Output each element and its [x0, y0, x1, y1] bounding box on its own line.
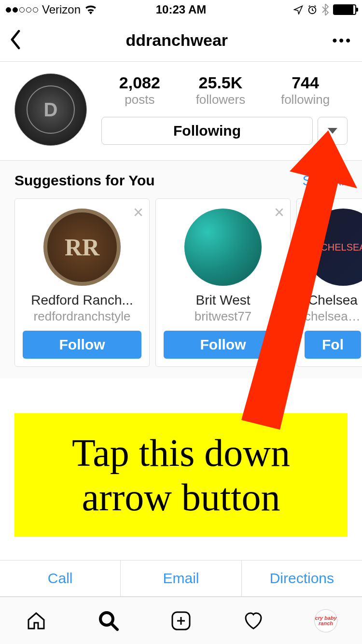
carrier-label: Verizon [42, 3, 81, 16]
location-icon [293, 5, 303, 14]
suggestion-avatar[interactable] [184, 209, 262, 286]
suggestions-carousel[interactable]: × RR Redford Ranch... redfordranchstyle … [14, 198, 362, 367]
avatar-logo: D [27, 85, 75, 134]
following-stat[interactable]: 744 following [281, 73, 330, 107]
tab-profile[interactable]: cry baby ranch [290, 597, 362, 644]
posts-label: posts [119, 92, 160, 107]
wifi-icon [84, 5, 97, 14]
suggestion-name: Redford Ranch... [23, 293, 141, 308]
page-title: ddranchwear [125, 31, 228, 50]
email-button[interactable]: Email [121, 560, 241, 596]
profile-avatar-icon: cry baby ranch [314, 609, 337, 632]
posts-stat[interactable]: 2,082 posts [119, 73, 160, 107]
home-icon [25, 609, 48, 632]
suggestions-section: Suggestions for You See All × RR Redford… [0, 160, 362, 378]
suggestion-username: redfordranchstyle [23, 309, 141, 324]
directions-button[interactable]: Directions [242, 560, 362, 596]
suggestion-name: Chelsea [305, 293, 361, 308]
profile-header: D 2,082 posts 25.5K followers 744 follow… [0, 62, 362, 160]
suggestion-avatar[interactable]: RR [43, 209, 121, 286]
suggestions-title: Suggestions for You [14, 172, 155, 189]
plus-square-icon [169, 609, 193, 632]
follow-button[interactable]: Fol [305, 331, 361, 359]
tab-search[interactable] [72, 597, 145, 644]
following-button[interactable]: Following [101, 117, 313, 145]
following-label: following [281, 92, 330, 107]
suggestion-username: britwest77 [164, 309, 282, 324]
suggestion-card: CHELSEA Chelsea chelseaco Fol [296, 198, 362, 367]
followers-stat[interactable]: 25.5K followers [196, 73, 246, 107]
svg-line-3 [111, 624, 117, 630]
suggestion-name: Brit West [164, 293, 282, 308]
tab-bar: cry baby ranch [0, 597, 362, 644]
nav-bar: ddranchwear ••• [0, 19, 362, 62]
profile-avatar[interactable]: D [14, 73, 87, 146]
followers-count: 25.5K [196, 73, 246, 92]
close-icon[interactable]: × [133, 204, 143, 221]
see-all-link[interactable]: See All [303, 172, 348, 189]
tab-activity[interactable] [217, 597, 290, 644]
battery-icon [333, 4, 356, 15]
status-bar: Verizon 10:23 AM [0, 0, 362, 19]
follow-button[interactable]: Follow [23, 331, 141, 359]
search-icon [97, 609, 120, 632]
bluetooth-icon [321, 4, 329, 15]
signal-strength-icon [6, 7, 38, 13]
suggestion-username: chelseaco [305, 309, 361, 324]
alarm-icon [307, 4, 318, 15]
tab-home[interactable] [0, 597, 72, 644]
status-left: Verizon [6, 3, 97, 16]
heart-icon [242, 609, 265, 632]
annotation-callout: Tap this down arrow button [14, 413, 348, 537]
followers-label: followers [196, 92, 246, 107]
contact-bar: Call Email Directions [0, 560, 362, 597]
following-count: 744 [281, 73, 330, 92]
profile-stats: 2,082 posts 25.5K followers 744 followin… [101, 73, 348, 107]
suggestions-dropdown-button[interactable] [318, 117, 348, 145]
status-right [293, 4, 356, 15]
suggestion-card: × RR Redford Ranch... redfordranchstyle … [14, 198, 150, 367]
status-time: 10:23 AM [156, 3, 206, 16]
follow-button[interactable]: Follow [164, 331, 282, 359]
suggestion-avatar[interactable]: CHELSEA [305, 209, 362, 286]
close-icon[interactable]: × [274, 204, 284, 221]
posts-count: 2,082 [119, 73, 160, 92]
tab-new-post[interactable] [145, 597, 217, 644]
suggestion-card: × Brit West britwest77 Follow [155, 198, 291, 367]
back-button[interactable] [10, 30, 21, 51]
call-button[interactable]: Call [0, 560, 121, 596]
chevron-down-icon [328, 128, 337, 134]
more-options-button[interactable]: ••• [333, 33, 352, 48]
